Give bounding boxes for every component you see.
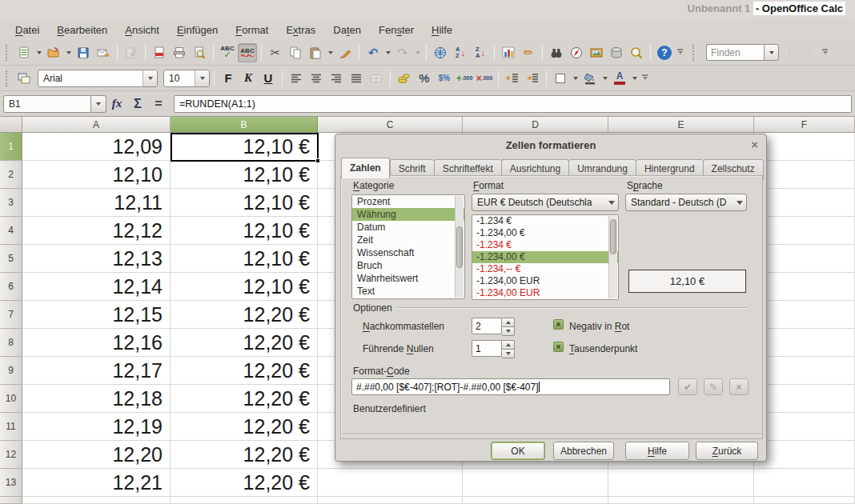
spin-down-icon[interactable]: [502, 349, 515, 358]
cell[interactable]: [754, 441, 855, 469]
cell-reference-box[interactable]: B1: [3, 95, 91, 113]
category-item[interactable]: Wissenschaft: [352, 246, 464, 259]
toolbar-handle[interactable]: [692, 45, 696, 61]
font-size-combo[interactable]: 10: [163, 70, 210, 87]
column-header-e[interactable]: E: [608, 117, 754, 133]
cell[interactable]: [754, 329, 855, 357]
row-header[interactable]: 8: [0, 329, 22, 357]
toolbar-overflow-button[interactable]: [675, 43, 685, 62]
category-item[interactable]: Text: [352, 285, 464, 298]
undo-button[interactable]: ↶: [363, 43, 383, 62]
paste-dropdown[interactable]: [326, 43, 335, 62]
cell[interactable]: [318, 497, 463, 504]
borders-dropdown[interactable]: [571, 69, 580, 88]
cell-b13[interactable]: 12,20 €: [171, 469, 318, 497]
cell[interactable]: [754, 357, 855, 385]
cell[interactable]: [171, 497, 318, 504]
cell-b1[interactable]: 12,10 €: [171, 133, 318, 161]
row-header[interactable]: 4: [0, 217, 22, 245]
cell-a13[interactable]: 12,21: [22, 469, 171, 497]
category-item[interactable]: Wahrheitswert: [352, 272, 464, 285]
cell-reference-dropdown[interactable]: [91, 95, 106, 113]
cell[interactable]: [754, 273, 855, 301]
percent-format-button[interactable]: %: [415, 69, 434, 88]
draw-functions-button[interactable]: ✏: [519, 43, 538, 62]
currency-format-combo[interactable]: EUR € Deutsch (Deutschla: [472, 194, 619, 211]
cell-b6[interactable]: 12,10 €: [171, 273, 318, 301]
cell[interactable]: [754, 385, 855, 413]
menu-daten[interactable]: Daten: [324, 21, 370, 39]
row-header[interactable]: 12: [0, 441, 22, 469]
align-justify-button[interactable]: [347, 69, 366, 88]
row-header[interactable]: 5: [0, 245, 22, 273]
bold-button[interactable]: F: [219, 69, 238, 88]
cell-b4[interactable]: 12,10 €: [171, 217, 318, 245]
cell-b5[interactable]: 12,10 €: [171, 245, 318, 273]
cell-b12[interactable]: 12,20 €: [171, 441, 318, 469]
menu-ansicht[interactable]: Ansicht: [116, 21, 168, 39]
copy-button[interactable]: [286, 43, 305, 62]
navigator-button[interactable]: [567, 43, 586, 62]
decimals-spinner[interactable]: 2: [472, 318, 515, 334]
background-color-button[interactable]: [580, 69, 600, 88]
gallery-button[interactable]: [587, 43, 606, 62]
add-decimal-button[interactable]: +.000: [455, 69, 474, 88]
underline-button[interactable]: U: [259, 69, 278, 88]
cell[interactable]: [463, 497, 608, 504]
spin-up-icon[interactable]: [502, 318, 515, 326]
function-wizard-button[interactable]: fx: [106, 94, 127, 114]
row-header[interactable]: 13: [0, 469, 22, 497]
format-item[interactable]: -1.234,00 EUR: [472, 287, 618, 299]
cell-a7[interactable]: 12,15: [22, 301, 171, 329]
row-header[interactable]: 2: [0, 161, 22, 189]
category-item[interactable]: Zeit: [352, 234, 464, 246]
menu-fenster[interactable]: Fenster: [370, 21, 423, 39]
font-name-dropdown[interactable]: [142, 70, 157, 86]
leading-zeros-value[interactable]: 1: [472, 340, 502, 357]
column-header-a[interactable]: A: [22, 117, 171, 133]
column-header-f[interactable]: F: [754, 117, 855, 133]
font-name-combo[interactable]: Arial: [38, 70, 158, 87]
increase-indent-button[interactable]: [523, 69, 542, 88]
menu-datei[interactable]: Datei: [6, 21, 48, 39]
cell[interactable]: [754, 217, 855, 245]
back-button[interactable]: Zurück: [696, 442, 758, 460]
tab-zahlen[interactable]: Zahlen: [341, 158, 390, 178]
find-dropdown[interactable]: [764, 44, 779, 61]
row-header[interactable]: 6: [0, 273, 22, 301]
cell-b9[interactable]: 12,20 €: [171, 357, 318, 385]
thousands-separator-checkbox[interactable]: ×: [553, 342, 564, 352]
negative-red-label[interactable]: Negativ in Rot: [569, 321, 629, 332]
sort-ascending-button[interactable]: AZ↓: [451, 43, 470, 62]
cell-b10[interactable]: 12,20 €: [171, 385, 318, 413]
row-header[interactable]: 10: [0, 385, 22, 413]
help-button[interactable]: ?: [655, 43, 674, 62]
format-scrollbar[interactable]: [608, 216, 617, 298]
cell-a2[interactable]: 12,10: [22, 161, 171, 189]
decimals-value[interactable]: 2: [472, 318, 502, 334]
row-header[interactable]: 7: [0, 301, 22, 329]
cell-b3[interactable]: 12,10 €: [171, 189, 318, 217]
cell[interactable]: [318, 469, 463, 497]
cell[interactable]: [754, 413, 855, 441]
menu-bearbeiten[interactable]: Bearbeiten: [48, 21, 116, 39]
align-left-button[interactable]: [287, 69, 306, 88]
cell-a3[interactable]: 12,11: [22, 189, 171, 217]
menu-format[interactable]: Format: [227, 21, 277, 39]
row-header[interactable]: [0, 497, 22, 504]
font-color-button[interactable]: A: [610, 69, 629, 88]
cell[interactable]: [754, 301, 855, 329]
row-header[interactable]: 11: [0, 413, 22, 441]
close-icon[interactable]: ×: [751, 138, 758, 151]
column-header-b[interactable]: B: [171, 117, 318, 133]
format-item[interactable]: -1.234,-- €: [472, 263, 618, 275]
cell-b7[interactable]: 12,20 €: [171, 301, 318, 329]
cell-b8[interactable]: 12,20 €: [171, 329, 318, 357]
spellcheck-button[interactable]: ABC✓: [218, 43, 237, 62]
delete-format-button[interactable]: ×: [729, 378, 749, 395]
toolbar-overflow-button[interactable]: [820, 43, 830, 62]
open-button[interactable]: [44, 43, 63, 62]
new-document-button[interactable]: [14, 43, 34, 62]
format-paintbrush-button[interactable]: [335, 43, 355, 62]
borders-button[interactable]: [551, 69, 570, 88]
